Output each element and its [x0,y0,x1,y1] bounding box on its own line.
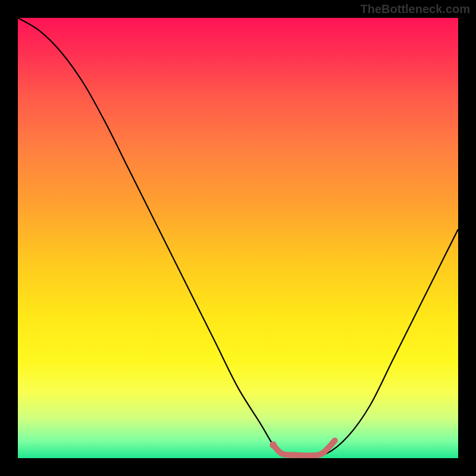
chart-svg [18,18,458,458]
bottleneck-curve-path [18,18,458,456]
chart-plot-area [18,18,458,458]
highlight-dot [270,441,277,449]
watermark-text: TheBottleneck.com [361,2,470,16]
highlight-segment-path [273,440,335,455]
